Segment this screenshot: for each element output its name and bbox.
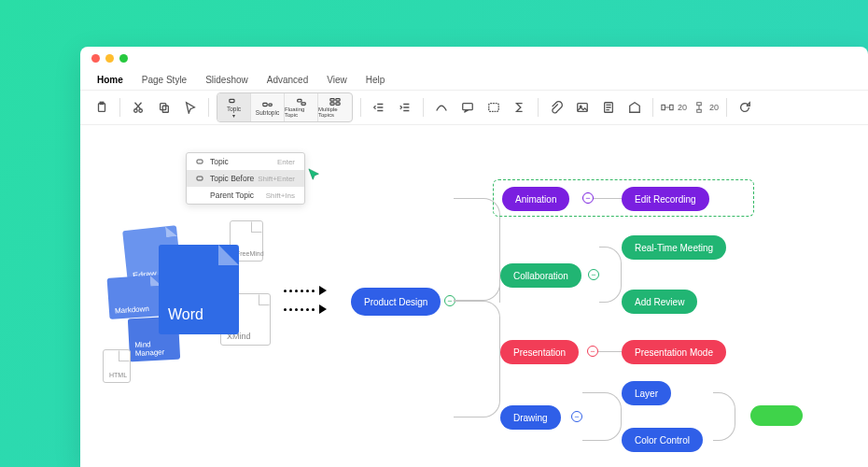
node-edit-recording[interactable]: Edit Recording <box>622 187 709 211</box>
conn-drawing <box>582 392 622 441</box>
indent-icon[interactable] <box>395 95 415 120</box>
menu-home[interactable]: Home <box>97 75 123 85</box>
app-window: Home Page Style Slideshow Advanced View … <box>80 47 868 467</box>
file-html[interactable]: HTML <box>103 349 131 383</box>
svg-point-2 <box>134 109 138 113</box>
svg-rect-16 <box>489 104 499 112</box>
file-word[interactable]: Word <box>159 245 239 334</box>
node-presentation-mode[interactable]: Presentation Mode <box>622 340 726 364</box>
menu-view[interactable]: View <box>327 75 347 85</box>
topic-label: Topic <box>227 106 241 112</box>
topic-button[interactable]: Topic ▾ <box>217 93 251 121</box>
topic-dropdown: Topic Enter Topic Before Shift+Enter Par… <box>186 152 305 205</box>
maximize-dot[interactable] <box>119 54 128 63</box>
multiple-topics-button[interactable]: Multiple Topics <box>318 93 352 121</box>
svg-rect-13 <box>336 99 340 102</box>
svg-rect-24 <box>197 160 203 163</box>
branch-line-3 <box>454 301 500 417</box>
conn-animation <box>594 198 622 199</box>
node-layer[interactable]: Layer <box>622 381 671 405</box>
expand-animation[interactable]: − <box>582 192 594 204</box>
svg-rect-11 <box>330 99 334 102</box>
node-add-review[interactable]: Add Review <box>622 290 697 314</box>
h-spacing[interactable]: 20 <box>661 102 687 113</box>
import-arrow-1 <box>284 286 327 295</box>
note-icon[interactable] <box>598 95 619 120</box>
svg-rect-8 <box>268 104 271 106</box>
svg-rect-7 <box>262 103 266 106</box>
summary-icon[interactable] <box>510 95 530 120</box>
svg-rect-12 <box>330 103 334 106</box>
conn-drawing-right <box>713 392 735 441</box>
svg-rect-9 <box>297 99 301 102</box>
attachment-icon[interactable] <box>546 95 567 120</box>
dropdown-topic-before-hint: Shift+Enter <box>258 175 295 183</box>
subtopic-label: Subtopic <box>256 109 279 116</box>
svg-rect-15 <box>463 104 473 110</box>
h-spacing-value: 20 <box>678 103 687 112</box>
image-icon[interactable] <box>572 95 593 120</box>
svg-rect-20 <box>662 105 665 109</box>
dropdown-topic[interactable]: Topic Enter <box>187 153 304 170</box>
copy-icon[interactable] <box>154 95 175 120</box>
boundary-icon[interactable] <box>483 95 504 120</box>
dropdown-topic-before[interactable]: Topic Before Shift+Enter <box>187 170 304 187</box>
dropdown-parent-topic-hint: Shift+Ins <box>266 191 295 200</box>
close-dot[interactable] <box>91 54 100 63</box>
dropdown-topic-before-label: Topic Before <box>210 174 254 183</box>
node-animation[interactable]: Animation <box>502 187 569 211</box>
dropdown-parent-topic[interactable]: Parent Topic Shift+Ins <box>187 187 304 204</box>
outdent-icon[interactable] <box>369 95 389 120</box>
floating-topic-label: Floating Topic <box>285 106 317 118</box>
svg-rect-14 <box>336 103 340 106</box>
menu-slideshow[interactable]: Slideshow <box>205 75 248 85</box>
expand-presentation[interactable]: − <box>587 346 598 357</box>
v-spacing-value: 20 <box>709 103 719 112</box>
multiple-topics-label: Multiple Topics <box>318 106 352 118</box>
branch-line-2 <box>454 275 500 303</box>
format-painter-icon[interactable] <box>180 95 201 120</box>
svg-rect-6 <box>229 99 233 102</box>
callout-icon[interactable] <box>457 95 478 120</box>
node-presentation[interactable]: Presentation <box>500 340 579 364</box>
tag-icon[interactable] <box>624 95 645 120</box>
svg-rect-21 <box>670 105 674 109</box>
clipboard-icon[interactable] <box>91 95 112 120</box>
node-extra[interactable] <box>750 405 803 426</box>
node-realtime-meeting[interactable]: Real-Time Meeting <box>622 235 726 260</box>
topic-group: Topic ▾ Subtopic Floating Topic Multiple… <box>217 92 353 122</box>
node-central[interactable]: Product Design <box>351 288 441 316</box>
import-arrow-2 <box>284 304 327 314</box>
node-color-control[interactable]: Color Control <box>622 428 703 452</box>
relationship-icon[interactable] <box>431 95 452 120</box>
dropdown-parent-topic-label: Parent Topic <box>210 191 254 200</box>
menu-help[interactable]: Help <box>366 75 385 85</box>
refresh-icon[interactable] <box>735 95 755 120</box>
cursor-icon <box>308 168 321 185</box>
svg-point-3 <box>139 109 143 113</box>
menu-advanced[interactable]: Advanced <box>267 75 308 85</box>
svg-rect-25 <box>197 177 203 180</box>
file-markdown[interactable]: Markdown <box>107 275 164 319</box>
dropdown-topic-hint: Enter <box>277 158 295 166</box>
menu-page-style[interactable]: Page Style <box>142 75 187 85</box>
svg-rect-23 <box>697 109 702 112</box>
dropdown-topic-label: Topic <box>210 157 229 166</box>
conn-collab <box>599 247 622 303</box>
v-spacing[interactable]: 20 <box>693 102 719 113</box>
node-collaboration[interactable]: Collaboration <box>500 263 581 288</box>
svg-rect-22 <box>697 103 702 106</box>
conn-presentation <box>598 351 622 352</box>
expand-collaboration[interactable]: − <box>588 269 599 280</box>
node-drawing[interactable]: Drawing <box>500 405 561 430</box>
menubar: Home Page Style Slideshow Advanced View … <box>80 69 868 90</box>
svg-rect-17 <box>578 104 588 112</box>
titlebar <box>80 47 868 69</box>
toolbar: Topic ▾ Subtopic Floating Topic Multiple… <box>80 90 868 125</box>
minimize-dot[interactable] <box>105 54 114 63</box>
expand-drawing[interactable]: − <box>571 411 582 422</box>
subtopic-button[interactable]: Subtopic <box>251 93 285 121</box>
floating-topic-button[interactable]: Floating Topic <box>285 93 318 121</box>
svg-rect-10 <box>301 103 305 106</box>
cut-icon[interactable] <box>128 95 148 120</box>
